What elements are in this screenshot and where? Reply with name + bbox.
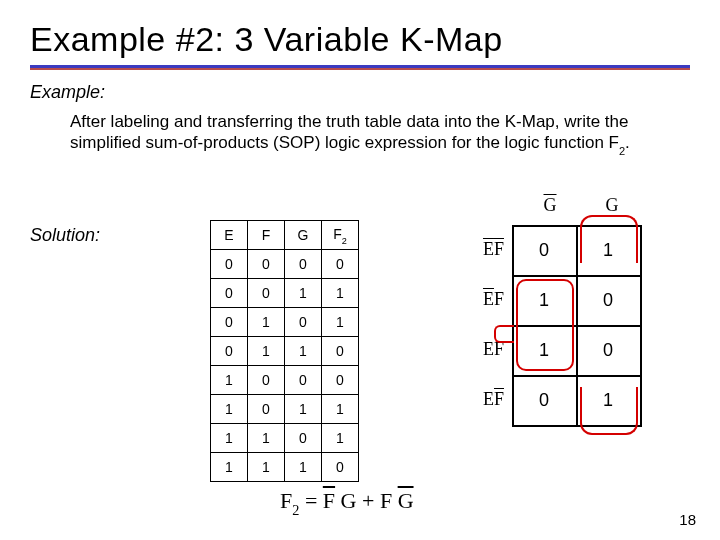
table-row: 0101: [211, 308, 359, 337]
body-text-post: .: [625, 133, 630, 152]
kmap-row-3: EF: [432, 375, 504, 424]
body-text: After labeling and transferring the trut…: [70, 111, 680, 156]
th-G: G: [285, 221, 322, 250]
kmap-group-ring: [580, 215, 638, 263]
kmap-group-ring: [516, 279, 574, 371]
table-header-row: E F G F2: [211, 221, 359, 250]
page-title: Example #2: 3 Variable K-Map: [30, 20, 690, 59]
example-label: Example:: [30, 82, 690, 103]
table-row: 0000: [211, 250, 359, 279]
table-row: 1011: [211, 395, 359, 424]
title-rule: [30, 65, 690, 70]
kmap-group-ring: [580, 387, 638, 435]
th-F: F: [248, 221, 285, 250]
page-number: 18: [679, 511, 696, 528]
kmap-cell: 0: [512, 225, 576, 275]
body-text-sub: 2: [619, 145, 625, 157]
table-row: 1101: [211, 424, 359, 453]
table-row: 1110: [211, 453, 359, 482]
table-row: 0011: [211, 279, 359, 308]
kmap-col-gbar: G: [520, 195, 580, 216]
kmap-cell: 0: [512, 375, 576, 425]
table-row: 0110: [211, 337, 359, 366]
kmap-group-ring: [494, 325, 514, 343]
slide: Example #2: 3 Variable K-Map Example: Af…: [0, 0, 720, 540]
truth-table: E F G F2 0000 0011 0101 0110 1000 1011 1…: [210, 220, 359, 482]
body-text-pre: After labeling and transferring the trut…: [70, 112, 629, 152]
solution-label: Solution:: [30, 225, 100, 246]
solution-equation: F2 = F G + F G: [280, 488, 414, 517]
th-E: E: [211, 221, 248, 250]
kmap-cell: 0: [576, 325, 640, 375]
kmap-col-g: G: [582, 195, 642, 216]
kmap-row-1: EF: [432, 275, 504, 324]
table-row: 1000: [211, 366, 359, 395]
kmap-row-0: EF: [432, 225, 504, 274]
th-F2: F2: [322, 221, 359, 250]
kmap-cell: 0: [576, 275, 640, 325]
